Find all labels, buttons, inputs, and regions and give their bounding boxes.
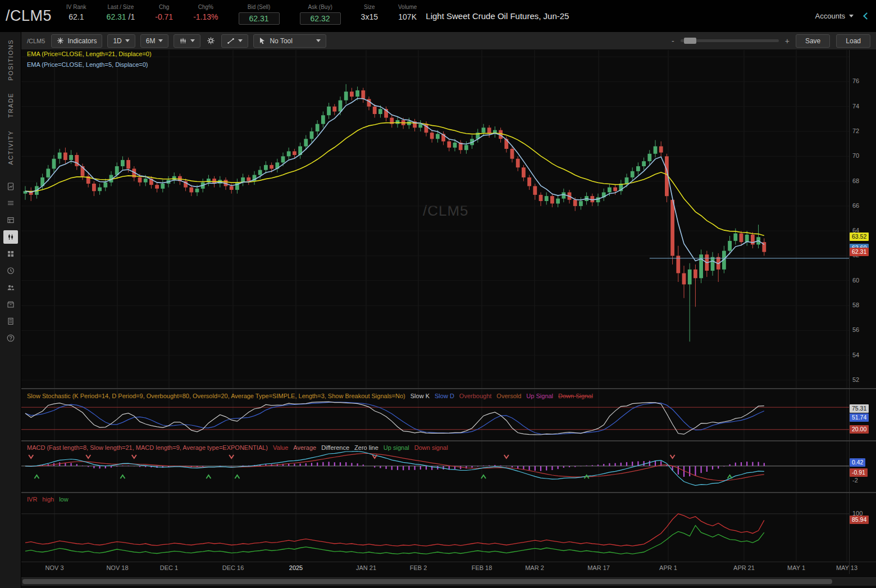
drawing-tools-icon	[227, 37, 235, 45]
legend-item: Down signal	[414, 444, 448, 451]
legend-item: Average	[293, 444, 316, 451]
quote-stats: IV Rank62.1Last / Size62.31 /1Chg-0.71Ch…	[66, 0, 417, 32]
report-icon[interactable]	[3, 180, 18, 193]
scrollbar-thumb[interactable]	[22, 579, 832, 584]
stat-label: Chg%	[193, 4, 218, 10]
calculator-icon[interactable]	[3, 314, 18, 328]
x-axis-label: 2025	[289, 564, 303, 571]
legend-item: Oversold	[496, 393, 521, 399]
chart-icon[interactable]	[3, 230, 18, 244]
symbol-title: /CLM5	[6, 7, 52, 25]
quote-stat-iv-rank: IV Rank62.1	[66, 0, 86, 21]
x-axis-label: JAN 21	[356, 564, 376, 571]
indicators-label: Indicators	[67, 37, 97, 45]
legend-item: Up signal	[384, 444, 409, 451]
zoom-slider-thumb[interactable]	[684, 38, 696, 44]
x-axis-label: MAY 1	[787, 564, 805, 571]
axis-price-badge: 85.94	[850, 516, 869, 524]
help-icon[interactable]	[3, 331, 18, 345]
stat-label: Ask (Buy)	[300, 4, 341, 10]
instrument-name: Light Sweet Crude Oil Futures, Jun-25	[426, 11, 569, 21]
x-axis-label: FEB 2	[410, 564, 427, 571]
archive-icon[interactable]	[3, 298, 18, 311]
ivr-canvas[interactable]	[21, 493, 849, 562]
panel-divider[interactable]	[21, 388, 876, 389]
study-title[interactable]: EMA (Price=CLOSE, Length=5, Displace=0)	[27, 61, 148, 68]
price-study-legend: EMA (Price=CLOSE, Length=21, Displace=0)…	[27, 51, 152, 68]
save-button[interactable]: Save	[796, 34, 830, 48]
sidebar-tab-positions[interactable]: POSITIONS	[7, 39, 14, 80]
stat-value: 62.32	[300, 12, 341, 25]
study-title[interactable]: MACD (Fast length=8, Slow length=21, MAC…	[27, 444, 268, 451]
axis-price-badge: 20.00	[850, 425, 869, 434]
zoom-in-button[interactable]: +	[785, 37, 790, 45]
legend-item: Difference	[321, 444, 349, 451]
axis-price-badge: 62.31	[850, 248, 869, 256]
stat-value: 3x15	[361, 12, 378, 21]
legend-item: Down Signal	[558, 393, 593, 399]
x-axis-label: NOV 3	[45, 564, 63, 571]
chevron-down-icon	[125, 39, 130, 42]
ivr-legend: IVRhighlow	[27, 496, 69, 503]
chevron-down-icon	[316, 39, 321, 42]
quote-stat-bid-sell-[interactable]: Bid (Sell)62.31	[239, 0, 280, 25]
stat-label: IV Rank	[66, 4, 86, 10]
x-axis-label: DEC 16	[222, 564, 244, 571]
zoom-out-button[interactable]: -	[672, 37, 674, 45]
grid-icon[interactable]	[3, 247, 18, 261]
settings-gear-icon	[207, 37, 215, 45]
x-axis-label: NOV 18	[106, 564, 128, 571]
range-dropdown[interactable]: 6M	[140, 34, 169, 48]
sidebar-tab-activity[interactable]: ACTIVITY	[7, 130, 14, 165]
chevron-left-icon	[863, 12, 870, 20]
study-title[interactable]: EMA (Price=CLOSE, Length=21, Displace=0)	[27, 51, 152, 57]
y-axis-label: 72	[852, 127, 859, 134]
x-axis-label: MAR 17	[587, 564, 610, 571]
study-title[interactable]: Slow Stochastic (K Period=14, D Period=9…	[27, 393, 405, 399]
y-axis-label: 56	[852, 326, 859, 333]
study-title[interactable]: IVR	[27, 496, 37, 503]
legend-item: Overbought	[459, 393, 491, 399]
panel-divider[interactable]	[21, 492, 876, 493]
macd-legend: MACD (Fast length=8, Slow length=21, MAC…	[27, 444, 448, 451]
chart-toolbar: /CLM5 Indicators 1D 6M No Tool	[21, 32, 876, 50]
stat-label: Size	[361, 4, 378, 10]
legend-item: Value	[273, 444, 288, 451]
axis-price-badge: 63.52	[850, 233, 869, 241]
axis-price-badge: 0.42	[850, 458, 865, 467]
legend-item: Up Signal	[526, 393, 553, 399]
drawing-tools-dropdown[interactable]	[221, 34, 248, 48]
price-chart-canvas[interactable]	[21, 50, 849, 388]
zoom-slider[interactable]	[681, 39, 779, 42]
chart-settings-button[interactable]	[206, 35, 216, 46]
clients-icon[interactable]	[3, 281, 18, 294]
quote-stat-size: Size3x15	[361, 0, 378, 21]
y-axis-label: 66	[852, 202, 859, 209]
chart-style-icon	[179, 37, 187, 45]
quote-stat-last-size: Last / Size62.31 /1	[107, 0, 135, 21]
history-icon[interactable]	[3, 264, 18, 277]
range-value: 6M	[146, 37, 156, 45]
horizontal-scrollbar[interactable]	[21, 577, 876, 586]
load-button[interactable]: Load	[836, 34, 870, 48]
collapse-panel-button[interactable]	[863, 13, 870, 19]
stat-label: Chg	[155, 4, 173, 10]
timeframe-dropdown[interactable]: 1D	[107, 34, 135, 48]
ledger-icon[interactable]	[3, 197, 18, 210]
active-tool-label: No Tool	[270, 37, 292, 45]
accounts-menu[interactable]: Accounts	[815, 12, 854, 20]
axis-price-badge: 51.74	[850, 413, 869, 422]
stat-value: 62.31 /1	[107, 12, 135, 21]
quote-stat-volume: Volume107K	[398, 0, 417, 21]
chevron-down-icon	[849, 15, 854, 17]
active-tool-dropdown[interactable]: No Tool	[253, 34, 326, 48]
indicators-button[interactable]: Indicators	[51, 34, 102, 48]
chart-style-dropdown[interactable]	[174, 34, 200, 48]
sidebar-tab-trade[interactable]: TRADE	[7, 93, 14, 118]
orders-icon[interactable]	[3, 213, 18, 227]
stat-value: 62.31	[239, 12, 280, 25]
stat-value: 62.1	[66, 12, 86, 21]
quote-stat-ask-buy-[interactable]: Ask (Buy)62.32	[300, 0, 341, 25]
y-axis-label: 60	[852, 277, 859, 284]
panel-divider[interactable]	[21, 440, 876, 441]
